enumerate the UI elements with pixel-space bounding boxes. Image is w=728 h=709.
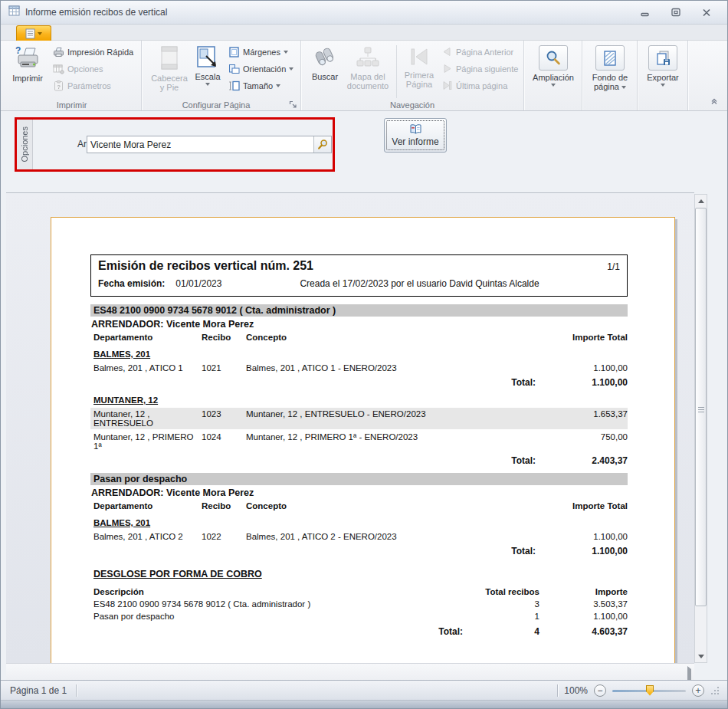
- column-headers: Departamento Recibo Concepto Importe Tot…: [90, 501, 628, 510]
- margenes-button[interactable]: Márgenes: [228, 45, 293, 58]
- app-window: Informe emisión recibos de vertical: [0, 0, 728, 709]
- desglose-row: ES48 2100 0900 9734 5678 9012 ( Cta. adm…: [90, 599, 628, 609]
- mapa-documento-label: Mapa del documento: [344, 72, 392, 90]
- table-row: Balmes, 201 , ATICO 2 1022 Balmes, 201 ,…: [90, 530, 628, 543]
- vertical-scrollbar[interactable]: [694, 194, 707, 663]
- exportar-label: Exportar: [647, 73, 679, 82]
- app-icon: [8, 5, 20, 19]
- pagina-siguiente-button[interactable]: Página siguiente: [441, 62, 518, 75]
- window-bottom-frame: [1, 700, 727, 708]
- margenes-label: Márgenes: [243, 48, 280, 57]
- first-page-icon: [408, 45, 431, 68]
- table-row: Muntaner, 12 , PRIMERO 1ª 1024 Muntaner,…: [90, 431, 628, 452]
- desglose-total-row: Total: 4 4.603,37: [90, 626, 628, 637]
- horizontal-scrollbar[interactable]: [6, 663, 694, 680]
- export-icon: [654, 50, 671, 67]
- tamano-label: Tamaño: [243, 81, 273, 90]
- section-band: ES48 2100 0900 9734 5678 9012 ( Cta. adm…: [90, 304, 628, 317]
- desglose-title: DESGLOSE POR FORMA DE COBRO: [93, 569, 628, 579]
- pagina-siguiente-label: Página siguiente: [456, 64, 518, 74]
- window-title: Informe emisión recibos de vertical: [25, 7, 167, 18]
- configurar-small-buttons: Márgenes Orientación Tamaño: [228, 45, 293, 92]
- ribbon: ? Imprimir Impresión Rápida Opciones ? P…: [1, 41, 727, 111]
- fecha-emision-value: 01/01/2023: [175, 278, 221, 289]
- opciones-button[interactable]: Opciones: [53, 62, 133, 75]
- chevron-down-icon: [661, 84, 665, 87]
- ribbon-collapse-button[interactable]: [709, 95, 720, 106]
- dialog-launcher-button[interactable]: [288, 99, 298, 109]
- divider: [557, 684, 558, 697]
- ribbon-group-imprimir: ? Imprimir Impresión Rápida Opciones ? P…: [2, 41, 142, 110]
- file-menu-tab[interactable]: [16, 25, 51, 41]
- col-concepto: Concepto: [246, 333, 536, 342]
- orientacion-button[interactable]: Orientación: [228, 62, 293, 75]
- pagina-anterior-label: Página Anterior: [456, 48, 513, 57]
- group-label-imprimir: Imprimir: [2, 100, 141, 110]
- primera-pagina-button[interactable]: Primera Página: [401, 43, 438, 89]
- parametros-button[interactable]: ? Parámetros: [53, 79, 133, 92]
- ultima-pagina-button[interactable]: Última página: [441, 79, 518, 92]
- report-page-indicator: 1/1: [607, 261, 620, 272]
- fondo-pagina-button[interactable]: Fondo de página: [586, 43, 634, 91]
- pagina-anterior-button[interactable]: Página Anterior: [441, 45, 518, 58]
- desglose-row: Pasan por despacho 1 1.100,00: [90, 612, 628, 621]
- group-total-row: Total: 1.100,00: [90, 377, 628, 388]
- ver-informe-button[interactable]: Ver informe: [384, 118, 447, 153]
- primera-pagina-label: Primera Página: [401, 71, 438, 89]
- zoom-percent-label: 100%: [564, 685, 588, 696]
- next-page-icon: [441, 64, 453, 74]
- mapa-documento-button[interactable]: Mapa del documento: [344, 43, 392, 90]
- exportar-button[interactable]: Exportar: [641, 43, 684, 87]
- ampliacion-label: Ampliación: [533, 73, 574, 82]
- imprimir-small-buttons: Impresión Rápida Opciones ? Parámetros: [53, 45, 133, 92]
- impresion-rapida-button[interactable]: Impresión Rápida: [53, 45, 133, 58]
- escala-button[interactable]: Escala: [191, 43, 225, 86]
- zoom-in-button[interactable]: +: [692, 684, 704, 697]
- lookup-button[interactable]: [313, 136, 331, 153]
- zoom-slider[interactable]: [612, 685, 686, 696]
- imprimir-button[interactable]: ? Imprimir: [7, 43, 48, 83]
- svg-text:?: ?: [57, 84, 61, 90]
- quick-print-icon: [53, 47, 64, 57]
- page-indicator: Página 1 de 1: [1, 685, 76, 696]
- ribbon-group-exportar: Exportar: [638, 41, 688, 110]
- arrendador-line: ARRENDADOR: Vicente Mora Perez: [91, 319, 628, 330]
- scroll-down-button[interactable]: [695, 650, 707, 662]
- opciones-tab-label: Opciones: [20, 126, 29, 162]
- chevron-down-icon: [276, 84, 280, 87]
- orientation-icon: [228, 64, 240, 74]
- report-header-box: Emisión de recibos vertical núm. 251 1/1…: [90, 254, 628, 297]
- arrendador-input[interactable]: [87, 136, 313, 153]
- cabecera-pie-button[interactable]: Cabecera y Pie: [149, 43, 189, 92]
- fecha-emision-label: Fecha emisión:: [98, 278, 165, 289]
- arrendador-lookup-field: [87, 136, 332, 153]
- minimize-button[interactable]: [635, 5, 655, 19]
- resize-grip[interactable]: [710, 686, 720, 695]
- focus-outline: [386, 120, 444, 150]
- chevron-down-icon: [284, 51, 288, 54]
- close-button[interactable]: [697, 5, 717, 19]
- cabecera-pie-label: Cabecera y Pie: [149, 74, 189, 92]
- tamano-button[interactable]: Tamaño: [228, 79, 293, 92]
- ribbon-tab-row: [1, 25, 727, 41]
- chevron-down-icon: [621, 86, 626, 89]
- chevron-down-icon: [289, 67, 293, 71]
- scroll-thumb[interactable]: [695, 208, 707, 606]
- buscar-button[interactable]: Buscar: [307, 43, 343, 81]
- zoom-out-button[interactable]: −: [594, 684, 606, 697]
- minimize-icon: [639, 6, 651, 18]
- opciones-side-tab: Opciones: [17, 120, 33, 169]
- arrendador-line: ARRENDADOR: Vicente Mora Perez: [91, 487, 628, 498]
- options-panel: Opciones Arrendador: Ver informe: [1, 111, 727, 192]
- imprimir-label: Imprimir: [12, 74, 43, 83]
- group-name: MUNTANER, 12: [93, 396, 628, 405]
- scroll-up-button[interactable]: [695, 195, 707, 207]
- slider-thumb[interactable]: [646, 685, 654, 696]
- chevron-down-icon: [551, 84, 556, 87]
- close-icon: [700, 6, 713, 18]
- ultima-pagina-label: Última página: [456, 81, 507, 90]
- group-name: BALMES, 201: [93, 518, 628, 527]
- restore-button[interactable]: [666, 5, 686, 19]
- ribbon-group-fondo: Fondo de página: [582, 41, 638, 110]
- ampliacion-button[interactable]: Ampliación: [529, 43, 578, 87]
